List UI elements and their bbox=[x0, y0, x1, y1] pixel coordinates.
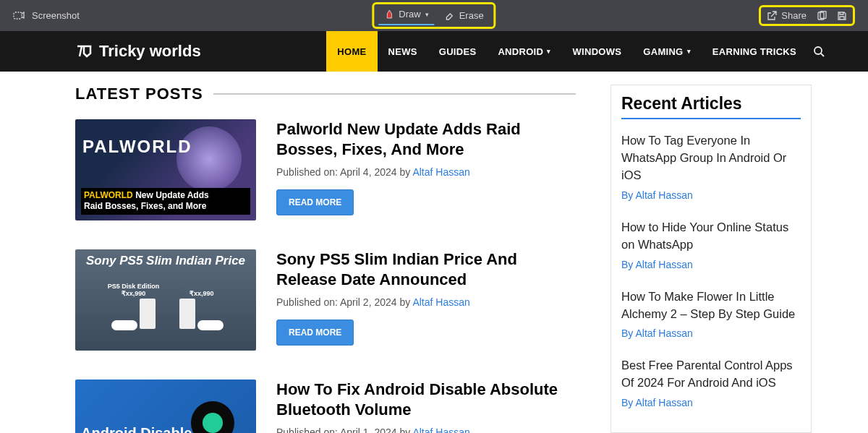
erase-label: Erase bbox=[459, 10, 484, 21]
post-title[interactable]: Palworld New Update Adds Raid Bosses, Fi… bbox=[276, 119, 576, 159]
post-meta: Published on: April 2, 2024 by Altaf Has… bbox=[276, 296, 576, 308]
brand-text: Tricky worlds bbox=[99, 42, 201, 61]
copy-icon[interactable] bbox=[817, 11, 827, 21]
chevron-down-icon[interactable]: ▾ bbox=[425, 11, 429, 18]
post-item: PALWORLD PALWORLD New Update Adds Raid B… bbox=[75, 119, 576, 220]
recent-article-item: Best Free Parental Control Apps Of 2024 … bbox=[621, 357, 801, 409]
pen-icon bbox=[384, 9, 394, 20]
erase-button[interactable]: Erase bbox=[439, 7, 490, 24]
thumb-logo: PALWORLD bbox=[82, 137, 192, 157]
share-icon bbox=[767, 11, 777, 21]
share-button[interactable]: Share bbox=[767, 10, 807, 21]
erase-icon bbox=[445, 11, 455, 21]
post-item: Android Disable Absolute Bluetooth How T… bbox=[75, 380, 576, 433]
nav-gaming[interactable]: GAMING▾ bbox=[632, 31, 702, 72]
read-more-button[interactable]: READ MORE bbox=[276, 189, 354, 215]
svg-point-3 bbox=[814, 47, 822, 54]
nav-home[interactable]: HOME bbox=[326, 31, 377, 72]
recent-article-link[interactable]: How to Hide Your Online Status on WhatsA… bbox=[621, 219, 801, 254]
share-label: Share bbox=[781, 10, 807, 21]
draw-label: Draw bbox=[399, 9, 420, 20]
post-author-link[interactable]: Altaf Hassan bbox=[412, 296, 469, 308]
svg-rect-0 bbox=[14, 12, 22, 19]
latest-posts-heading: LATEST POSTS bbox=[75, 85, 203, 103]
post-meta: Published on: April 1, 2024 by Altaf Has… bbox=[276, 426, 576, 433]
thumb-graphic bbox=[191, 401, 234, 433]
post-title[interactable]: Sony PS5 Slim Indian Price And Release D… bbox=[276, 249, 576, 289]
recent-article-byline[interactable]: By Altaf Hassan bbox=[621, 259, 693, 270]
post-thumbnail[interactable]: Android Disable Absolute Bluetooth bbox=[75, 380, 256, 433]
heading-underline bbox=[621, 118, 801, 119]
draw-button[interactable]: Draw ▾ bbox=[378, 6, 434, 25]
save-icon[interactable] bbox=[837, 11, 847, 21]
recent-article-byline[interactable]: By Altaf Hassan bbox=[621, 189, 693, 201]
recent-article-link[interactable]: How To Tag Everyone In WhatsApp Group In… bbox=[621, 132, 801, 184]
nav-earning[interactable]: EARNING TRICKS bbox=[702, 31, 807, 72]
post-author-link[interactable]: Altaf Hassan bbox=[412, 426, 469, 433]
recent-articles-heading: Recent Articles bbox=[621, 94, 801, 113]
nav-news[interactable]: NEWS bbox=[378, 31, 428, 72]
recent-article-item: How To Tag Everyone In WhatsApp Group In… bbox=[621, 132, 801, 202]
post-meta: Published on: April 4, 2024 by Altaf Has… bbox=[276, 166, 576, 178]
chevron-down-icon: ▾ bbox=[687, 48, 691, 55]
chevron-down-icon: ▾ bbox=[547, 48, 550, 55]
nav-windows[interactable]: WINDOWS bbox=[561, 31, 632, 72]
heading-divider bbox=[213, 93, 576, 95]
thumb-banner: PALWORLD New Update Adds Raid Bosses, Fi… bbox=[81, 188, 250, 215]
post-thumbnail[interactable]: PALWORLD PALWORLD New Update Adds Raid B… bbox=[75, 119, 256, 220]
post-author-link[interactable]: Altaf Hassan bbox=[412, 166, 469, 178]
annotation-highlight-center: Draw ▾ Erase bbox=[372, 2, 495, 29]
recent-article-byline[interactable]: By Altaf Hassan bbox=[621, 327, 693, 339]
site-nav: Tricky worlds HOME NEWS GUIDES ANDROID▾ … bbox=[0, 31, 868, 72]
screenshot-app-label: Screenshot bbox=[32, 10, 80, 21]
nav-guides[interactable]: GUIDES bbox=[428, 31, 488, 72]
recent-article-item: How To Make Flower In Little Alchemy 2 –… bbox=[621, 288, 801, 340]
recent-article-byline[interactable]: By Altaf Hassan bbox=[621, 397, 693, 408]
post-item: Sony PS5 Slim Indian Price PS5 Disk Edit… bbox=[75, 249, 576, 351]
screenshot-toolbar: Screenshot Draw ▾ Erase bbox=[0, 0, 868, 31]
recent-article-item: How to Hide Your Online Status on WhatsA… bbox=[621, 219, 801, 271]
sidebar-recent-articles: Recent Articles How To Tag Everyone In W… bbox=[610, 85, 812, 433]
nav-android[interactable]: ANDROID▾ bbox=[487, 31, 561, 72]
post-thumbnail[interactable]: Sony PS5 Slim Indian Price PS5 Disk Edit… bbox=[75, 249, 256, 351]
recent-article-link[interactable]: Best Free Parental Control Apps Of 2024 … bbox=[621, 357, 801, 392]
post-title[interactable]: How To Fix Android Disable Absolute Blue… bbox=[276, 380, 576, 419]
read-more-button[interactable]: READ MORE bbox=[276, 320, 354, 346]
site-logo[interactable]: Tricky worlds bbox=[76, 42, 201, 61]
screenshot-icon bbox=[13, 10, 25, 22]
search-icon[interactable] bbox=[813, 31, 825, 72]
thumb-header: Sony PS5 Slim Indian Price bbox=[75, 254, 256, 268]
recent-article-link[interactable]: How To Make Flower In Little Alchemy 2 –… bbox=[621, 288, 801, 323]
annotation-highlight-right: Share bbox=[759, 5, 855, 26]
